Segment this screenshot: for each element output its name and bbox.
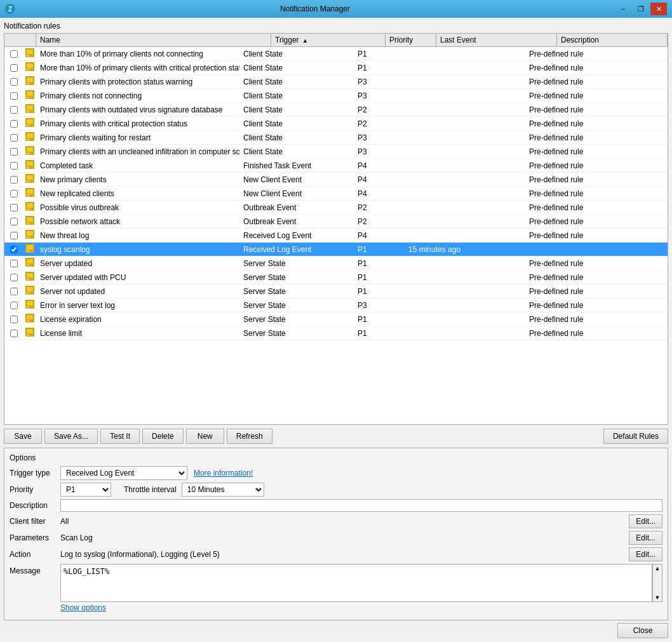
row-checkbox[interactable] [10,190,18,197]
client-filter-row: Client filter All Edit... [10,514,662,528]
minimize-button[interactable]: − [615,3,631,15]
row-checkbox[interactable] [10,260,18,267]
priority-select[interactable]: P1 P2 P3 P4 [60,483,111,497]
rule-icon [25,202,34,213]
new-button[interactable]: New [186,429,224,444]
default-rules-button[interactable]: Default Rules [603,429,668,444]
refresh-button[interactable]: Refresh [227,429,272,444]
row-checkbox[interactable] [10,232,18,239]
svg-rect-47 [27,208,29,210]
test-it-button[interactable]: Test It [100,429,140,444]
scroll-up-icon[interactable]: ▲ [655,565,661,572]
table-row[interactable]: Primary clients waiting for restartClien… [4,131,668,145]
action-label: Action [10,550,60,559]
row-checkbox[interactable] [10,120,18,128]
row-checkbox[interactable] [10,50,18,58]
description-row: Description [10,499,662,512]
restore-button[interactable]: ❐ [633,3,649,15]
table-row[interactable]: Server updatedServer StateP1Pre-defined … [4,257,668,271]
th-description[interactable]: Description [557,34,668,46]
save-as-button[interactable]: Save As... [44,429,98,444]
th-name[interactable]: Name [36,34,271,46]
message-textarea[interactable]: %LOG_LIST% [60,564,652,602]
row-checkbox[interactable] [10,78,18,86]
table-row[interactable]: New primary clientsNew Client EventP4Pre… [4,173,668,187]
row-name: More than 10% of primary clients not con… [36,48,239,60]
show-options-link[interactable]: Show options [60,603,106,612]
th-lastevent[interactable]: Last Event [436,34,557,46]
close-window-button[interactable]: ✕ [650,3,667,15]
th-priority[interactable]: Priority [386,34,436,46]
rule-icon [25,76,34,87]
row-name: New primary clients [36,174,239,185]
table-row[interactable]: License expirationServer StateP1Pre-defi… [4,312,668,326]
table-row[interactable]: Error in server text logServer StateP3Pr… [4,298,668,312]
action-edit-button[interactable]: Edit... [629,547,662,561]
row-checkbox[interactable] [10,176,18,184]
row-checkbox[interactable] [10,274,18,281]
row-last-event [405,234,525,237]
table-row[interactable]: More than 10% of primary clients not con… [4,47,668,61]
action-button-bar: Save Save As... Test It Delete New Refre… [4,425,668,448]
row-name: Primary clients not connecting [36,90,239,102]
row-checkbox[interactable] [10,302,18,309]
row-checkbox[interactable] [10,106,18,114]
row-priority: P1 [354,314,405,325]
description-label: Description [10,501,60,510]
throttle-interval-select[interactable]: 1 Minute 5 Minutes 10 Minutes 30 Minutes… [182,483,264,497]
row-priority: P1 [354,328,405,339]
row-checkbox[interactable] [10,218,18,225]
table-row[interactable]: Server not updatedServer StateP1Pre-defi… [4,284,668,298]
row-priority: P4 [354,230,405,241]
more-info-link[interactable]: More information! [194,469,253,478]
table-row[interactable]: Primary clients with outdated virus sign… [4,103,668,117]
table-row[interactable]: More than 10% of primary clients with cr… [4,61,668,75]
parameters-row: Parameters Scan Log Edit... [10,531,662,545]
row-name: Primary clients with an uncleaned infilt… [36,146,239,157]
table-row[interactable]: License limitServer StateP1Pre-defined r… [4,326,668,340]
row-checkbox[interactable] [10,92,18,100]
row-checkbox[interactable] [10,316,18,323]
row-description: Pre-defined rule [525,76,668,88]
row-icon-cell [24,201,36,214]
parameters-edit-button[interactable]: Edit... [629,531,662,545]
scroll-down-icon[interactable]: ▼ [655,594,661,601]
row-checkbox[interactable] [10,204,18,211]
close-button[interactable]: Close [617,623,668,638]
table-row[interactable]: syslog scanlogReceived Log EventP115 min… [4,243,668,257]
table-row[interactable]: Primary clients not connectingClient Sta… [4,89,668,103]
row-checkbox[interactable] [10,246,18,253]
description-input[interactable] [60,499,662,512]
row-checkbox[interactable] [10,288,18,295]
table-row[interactable]: New threat logReceived Log EventP4Pre-de… [4,229,668,243]
svg-rect-49 [27,217,33,222]
row-checkbox[interactable] [10,64,18,72]
trigger-type-select[interactable]: Received Log Event Client State Finished… [60,466,187,480]
row-checkbox[interactable] [10,148,18,156]
row-description: Pre-defined rule [525,286,668,297]
save-button[interactable]: Save [4,429,42,444]
row-name: Possible virus outbreak [36,202,239,213]
row-checkbox[interactable] [10,162,18,170]
row-checkbox-cell [4,244,24,255]
main-container: Notification rules Name Trigger ▲ Priori… [0,18,672,642]
table-row[interactable]: Server updated with PCUServer StateP1Pre… [4,271,668,284]
table-row[interactable]: Possible network attackOutbreak EventP2P… [4,215,668,229]
row-description: Pre-defined rule [525,202,668,213]
table-row[interactable]: Primary clients with critical protection… [4,117,668,131]
table-row[interactable]: Primary clients with protection status w… [4,75,668,89]
row-name: Server not updated [36,286,239,297]
svg-rect-33 [27,161,33,166]
th-trigger[interactable]: Trigger ▲ [271,34,386,46]
rule-icon [25,118,34,129]
table-row[interactable]: Primary clients with an uncleaned infilt… [4,145,668,159]
row-checkbox[interactable] [10,330,18,337]
table-row[interactable]: New replicated clientsNew Client EventP4… [4,187,668,201]
row-checkbox[interactable] [10,134,18,142]
row-checkbox-cell [4,258,24,269]
table-row[interactable]: Completed taskFinished Task EventP4Pre-d… [4,159,668,173]
row-icon-cell [24,243,36,256]
table-row[interactable]: Possible virus outbreakOutbreak EventP2P… [4,201,668,215]
delete-button[interactable]: Delete [142,429,184,444]
client-filter-edit-button[interactable]: Edit... [629,514,662,528]
